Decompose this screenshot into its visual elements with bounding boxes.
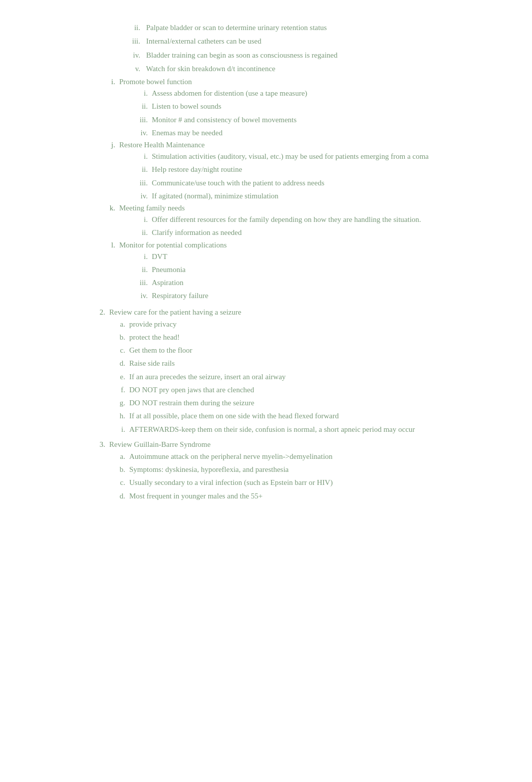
item-text: protect the head! bbox=[129, 332, 180, 343]
list-marker: ii. bbox=[125, 22, 140, 34]
list-marker: v. bbox=[125, 63, 140, 75]
list-item: i. Assess abdomen for distention (use a … bbox=[135, 88, 486, 99]
item-text: Bladder training can begin as soon as co… bbox=[146, 51, 338, 59]
main-num-marker: 3. bbox=[95, 440, 105, 449]
item-text: Symptoms: dyskinesia, hyporeflexia, and … bbox=[129, 464, 289, 475]
list-item: d. Raise side rails bbox=[115, 358, 486, 369]
list-item: ii. Palpate bladder or scan to determine… bbox=[125, 22, 486, 34]
list-marker: iii. bbox=[135, 114, 148, 126]
list-marker: h. bbox=[115, 410, 125, 422]
list-item: f. DO NOT pry open jaws that are clenche… bbox=[115, 384, 486, 396]
list-item: a. provide privacy bbox=[115, 319, 486, 330]
item-text: If an aura precedes the seizure, insert … bbox=[129, 371, 286, 383]
list-item: ii. Pneumonia bbox=[135, 264, 486, 276]
list-item: iii. Communicate/use touch with the pati… bbox=[135, 177, 486, 189]
list-marker: d. bbox=[115, 490, 125, 502]
list-item: ii. Clarify information as needed bbox=[135, 227, 486, 238]
bladder-sub-section: ii. Palpate bladder or scan to determine… bbox=[95, 22, 486, 75]
bowel-section: i. Promote bowel function i. Assess abdo… bbox=[95, 78, 486, 139]
section-label: Monitor for potential complications bbox=[119, 241, 227, 249]
list-marker: i. bbox=[115, 424, 125, 435]
list-marker: a. bbox=[115, 319, 125, 330]
item-text: AFTERWARDS-keep them on their side, conf… bbox=[129, 424, 415, 435]
item-text: Stimulation activities (auditory, visual… bbox=[152, 151, 429, 162]
list-item: a. Autoimmune attack on the peripheral n… bbox=[115, 451, 486, 462]
list-item: c. Usually secondary to a viral infectio… bbox=[115, 477, 486, 488]
list-item: b. protect the head! bbox=[115, 332, 486, 343]
list-marker: i. bbox=[135, 88, 148, 99]
item-text: Autoimmune attack on the peripheral nerv… bbox=[129, 451, 333, 462]
list-marker: ii. bbox=[135, 227, 148, 238]
section-label: Promote bowel function bbox=[119, 78, 192, 86]
item-text: Help restore day/night routine bbox=[152, 164, 242, 175]
item-text: If agitated (normal), minimize stimulati… bbox=[152, 190, 279, 202]
seizure-section: 2. Review care for the patient having a … bbox=[95, 308, 486, 435]
list-marker: a. bbox=[115, 451, 125, 462]
list-marker: c. bbox=[115, 477, 125, 488]
list-item: g. DO NOT restrain them during the seizu… bbox=[115, 397, 486, 409]
item-text: Pneumonia bbox=[152, 264, 186, 276]
main-content: ii. Palpate bladder or scan to determine… bbox=[95, 22, 486, 502]
list-item: iv. Bladder training can begin as soon a… bbox=[125, 50, 486, 61]
main-num-marker: 2. bbox=[95, 308, 105, 317]
section-label: Review Guillain-Barre Syndrome bbox=[109, 440, 210, 449]
list-item: i. Offer different resources for the fam… bbox=[135, 214, 486, 225]
item-text: Monitor # and consistency of bowel movem… bbox=[152, 114, 297, 126]
list-marker: b. bbox=[115, 464, 125, 475]
list-item: iii. Monitor # and consistency of bowel … bbox=[135, 114, 486, 126]
item-text: Usually secondary to a viral infection (… bbox=[129, 477, 333, 488]
list-item: ii. Help restore day/night routine bbox=[135, 164, 486, 175]
list-marker: e. bbox=[115, 371, 125, 383]
list-item: c. Get them to the floor bbox=[115, 345, 486, 356]
list-marker: iv. bbox=[125, 50, 140, 61]
guillain-barre-section: 3. Review Guillain-Barre Syndrome a. Aut… bbox=[95, 440, 486, 502]
list-marker: i. bbox=[135, 251, 148, 263]
list-item: b. Symptoms: dyskinesia, hyporeflexia, a… bbox=[115, 464, 486, 475]
item-text: DO NOT restrain them during the seizure bbox=[129, 397, 254, 409]
item-text: DO NOT pry open jaws that are clenched bbox=[129, 384, 254, 396]
item-text: Enemas may be needed bbox=[152, 127, 222, 139]
item-text: Assess abdomen for distention (use a tap… bbox=[152, 88, 307, 99]
item-text: Aspiration bbox=[152, 277, 183, 289]
list-marker: iii. bbox=[135, 177, 148, 189]
section-label: Meeting family needs bbox=[119, 204, 185, 212]
item-text: Communicate/use touch with the patient t… bbox=[152, 177, 325, 189]
list-item: h. If at all possible, place them on one… bbox=[115, 410, 486, 422]
item-text: Watch for skin breakdown d/t incontinenc… bbox=[146, 65, 275, 73]
item-text: If at all possible, place them on one si… bbox=[129, 410, 339, 422]
list-marker: f. bbox=[115, 384, 125, 396]
list-item: ii. Listen to bowel sounds bbox=[135, 101, 486, 112]
complications-section: l. Monitor for potential complications i… bbox=[95, 241, 486, 302]
alpha-marker: k. bbox=[105, 204, 115, 212]
item-text: Get them to the floor bbox=[129, 345, 192, 356]
alpha-marker: l. bbox=[105, 241, 115, 249]
item-text: Raise side rails bbox=[129, 358, 175, 369]
item-text: Respiratory failure bbox=[152, 290, 208, 302]
list-marker: iii. bbox=[135, 277, 148, 289]
list-item: v. Watch for skin breakdown d/t incontin… bbox=[125, 63, 486, 75]
list-marker: i. bbox=[135, 151, 148, 162]
list-item: iii. Internal/external catheters can be … bbox=[125, 36, 486, 47]
health-maintenance-section: j. Restore Health Maintenance i. Stimula… bbox=[95, 141, 486, 202]
item-text: Most frequent in younger males and the 5… bbox=[129, 490, 262, 502]
list-marker: iv. bbox=[135, 190, 148, 202]
list-marker: g. bbox=[115, 397, 125, 409]
list-item: e. If an aura precedes the seizure, inse… bbox=[115, 371, 486, 383]
list-marker: ii. bbox=[135, 264, 148, 276]
list-marker: i. bbox=[135, 214, 148, 225]
item-text: DVT bbox=[152, 251, 167, 263]
list-marker: d. bbox=[115, 358, 125, 369]
list-item: iv. If agitated (normal), minimize stimu… bbox=[135, 190, 486, 202]
list-item: d. Most frequent in younger males and th… bbox=[115, 490, 486, 502]
list-marker: ii. bbox=[135, 164, 148, 175]
list-item: i. Stimulation activities (auditory, vis… bbox=[135, 151, 486, 162]
list-marker: iii. bbox=[125, 36, 140, 47]
list-marker: iv. bbox=[135, 127, 148, 139]
list-item: iv. Respiratory failure bbox=[135, 290, 486, 302]
list-item: i. DVT bbox=[135, 251, 486, 263]
alpha-marker: j. bbox=[105, 141, 115, 149]
item-text: Internal/external catheters can be used bbox=[146, 37, 261, 45]
list-item: iii. Aspiration bbox=[135, 277, 486, 289]
list-item: i. AFTERWARDS-keep them on their side, c… bbox=[115, 424, 486, 435]
list-marker: iv. bbox=[135, 290, 148, 302]
